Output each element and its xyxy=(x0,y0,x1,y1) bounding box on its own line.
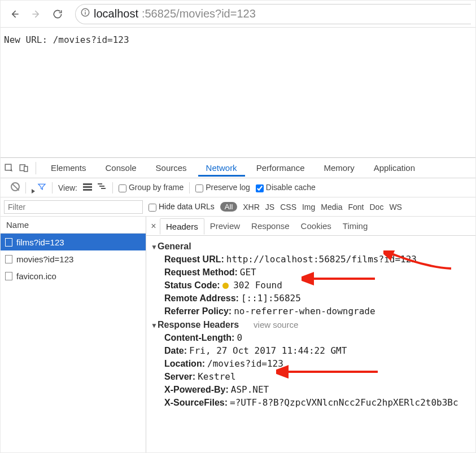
filter-js[interactable]: JS xyxy=(265,203,274,212)
remote-addr-k: Remote Address: xyxy=(164,293,239,303)
detail-tab-preview[interactable]: Preview xyxy=(204,218,246,234)
svg-rect-6 xyxy=(83,183,92,185)
request-method-k: Request Method: xyxy=(164,267,238,277)
svg-rect-5 xyxy=(24,166,28,171)
network-split: Name films?id=123 movies?id=123 favicon.… xyxy=(1,217,475,453)
request-row-favicon[interactable]: favicon.ico xyxy=(1,267,146,284)
request-detail: × Headers Preview Response Cookies Timin… xyxy=(146,217,475,453)
tab-elements[interactable]: Elements xyxy=(43,160,94,177)
tab-network[interactable]: Network xyxy=(198,160,245,177)
date-k: Date: xyxy=(164,346,187,355)
request-row-movies[interactable]: movies?id=123 xyxy=(1,250,146,267)
disclosure-triangle-icon[interactable]: ▼ xyxy=(151,243,158,251)
section-response-headers[interactable]: ▼Response Headersview source xyxy=(151,320,471,330)
large-rows-icon[interactable] xyxy=(83,183,92,192)
filter-img[interactable]: Img xyxy=(302,203,315,212)
server-k: Server: xyxy=(164,372,195,381)
svg-rect-11 xyxy=(101,188,106,189)
detail-tab-headers[interactable]: Headers xyxy=(160,218,204,235)
request-url-v: http://localhost:56825/films?id=123 xyxy=(226,254,417,265)
status-code-v: 302 Found xyxy=(233,280,282,291)
url-host: localhost xyxy=(94,7,138,20)
svg-rect-10 xyxy=(99,186,104,187)
content-length-v: 0 xyxy=(237,332,242,343)
tab-sources[interactable]: Sources xyxy=(148,160,195,177)
xpoweredby-k: X-Powered-By: xyxy=(164,385,229,394)
detail-tab-response[interactable]: Response xyxy=(246,218,295,234)
inspect-icon[interactable] xyxy=(4,163,14,173)
svg-rect-2 xyxy=(85,12,86,15)
detail-tabs: × Headers Preview Response Cookies Timin… xyxy=(146,217,475,236)
headers-body: ▼General Request URL:http://localhost:56… xyxy=(146,236,475,415)
request-list: Name films?id=123 movies?id=123 favicon.… xyxy=(1,217,146,453)
svg-rect-3 xyxy=(5,164,11,170)
disable-cache-label: Disable cache xyxy=(266,183,316,192)
location-k: Location: xyxy=(164,359,205,368)
date-v: Fri, 27 Oct 2017 11:44:22 GMT xyxy=(189,345,347,356)
network-toolbar: View: Group by frame Preserve log Disabl… xyxy=(1,178,475,197)
request-method-v: GET xyxy=(240,267,256,278)
url-path: :56825/movies?id=123 xyxy=(142,7,256,20)
filter-css[interactable]: CSS xyxy=(280,203,296,212)
request-name: movies?id=123 xyxy=(16,254,73,264)
request-row-films[interactable]: films?id=123 xyxy=(1,234,146,250)
referrer-v: no-referrer-when-downgrade xyxy=(234,306,375,316)
tab-application[interactable]: Application xyxy=(366,160,423,177)
xpoweredby-v: ASP.NET xyxy=(231,384,269,395)
devtools: Elements Console Sources Network Perform… xyxy=(1,157,475,453)
filter-font[interactable]: Font xyxy=(348,203,364,212)
network-filter-bar: Hide data URLs All XHR JS CSS Img Media … xyxy=(1,197,475,217)
detail-close-button[interactable]: × xyxy=(147,221,160,231)
detail-tab-timing[interactable]: Timing xyxy=(337,218,373,234)
svg-rect-7 xyxy=(83,186,92,188)
tab-memory[interactable]: Memory xyxy=(316,160,363,177)
preserve-log-checkbox[interactable]: Preserve log xyxy=(195,183,250,192)
hide-data-urls-label: Hide data URLs xyxy=(159,202,215,211)
filter-input[interactable] xyxy=(4,200,143,214)
disclosure-triangle-icon[interactable]: ▼ xyxy=(151,322,158,329)
hide-data-urls-checkbox[interactable]: Hide data URLs xyxy=(149,202,215,211)
filter-all[interactable]: All xyxy=(220,202,237,212)
file-icon xyxy=(5,255,12,263)
page-content: New URL: /movies?id=123 xyxy=(1,28,475,157)
filter-media[interactable]: Media xyxy=(321,203,342,212)
status-dot-icon xyxy=(222,283,229,289)
devtools-tabstrip: Elements Console Sources Network Perform… xyxy=(1,158,475,178)
filter-doc[interactable]: Doc xyxy=(369,203,383,212)
waterfall-icon[interactable] xyxy=(98,183,107,192)
xsourcefiles-v: =?UTF-8?B?QzpcVXNlcnNcc2Fuc2hpXERlc2t0b3… xyxy=(230,397,458,408)
group-by-frame-checkbox[interactable]: Group by frame xyxy=(119,183,184,192)
site-info-icon[interactable] xyxy=(80,7,90,20)
section-general[interactable]: ▼General xyxy=(151,241,471,252)
file-icon xyxy=(5,272,12,280)
view-label: View: xyxy=(58,183,77,192)
status-code-k: Status Code: xyxy=(164,280,220,290)
back-button[interactable] xyxy=(5,5,24,24)
filter-ws[interactable]: WS xyxy=(389,203,402,212)
reload-button[interactable] xyxy=(48,5,67,24)
filter-xhr[interactable]: XHR xyxy=(243,203,260,212)
tab-performance[interactable]: Performance xyxy=(248,160,313,177)
view-source-link[interactable]: view source xyxy=(254,320,298,329)
referrer-k: Referrer Policy: xyxy=(164,306,232,316)
file-icon xyxy=(5,238,12,247)
svg-rect-9 xyxy=(98,183,102,184)
request-url-k: Request URL: xyxy=(164,254,224,264)
device-toggle-icon[interactable] xyxy=(19,163,29,173)
disable-cache-checkbox[interactable]: Disable cache xyxy=(256,183,316,192)
location-v: /movies?id=123 xyxy=(207,358,283,369)
remote-addr-v: [::1]:56825 xyxy=(241,293,301,304)
tab-console[interactable]: Console xyxy=(98,160,145,177)
group-by-frame-label: Group by frame xyxy=(129,183,184,192)
svg-rect-8 xyxy=(83,189,92,191)
request-name: films?id=123 xyxy=(16,238,64,247)
detail-tab-cookies[interactable]: Cookies xyxy=(295,218,337,234)
address-bar[interactable]: localhost:56825/movies?id=123 xyxy=(75,4,471,24)
filter-toggle-icon[interactable] xyxy=(37,182,46,193)
forward-button[interactable] xyxy=(27,5,46,24)
request-name: favicon.ico xyxy=(16,271,56,281)
clear-button[interactable] xyxy=(11,182,20,193)
request-list-header[interactable]: Name xyxy=(1,217,146,234)
content-length-k: Content-Length: xyxy=(164,333,234,342)
svg-point-1 xyxy=(85,10,86,11)
